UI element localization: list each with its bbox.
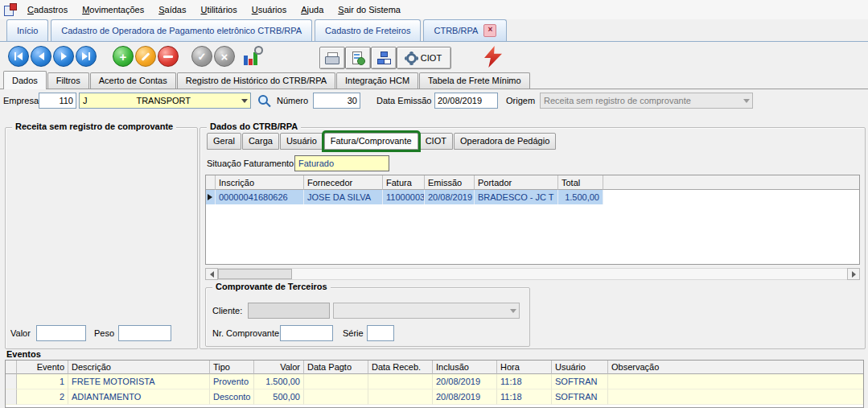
- tab-inicio[interactable]: Início: [6, 19, 48, 41]
- col-emissao-header[interactable]: Emissão: [425, 175, 475, 190]
- numero-label: Número: [277, 96, 308, 105]
- ciot-button[interactable]: CIOT: [397, 47, 451, 69]
- first-icon: [17, 52, 23, 60]
- export-button[interactable]: [345, 47, 371, 69]
- chevron-down-icon: [507, 303, 519, 318]
- col-descricao-header[interactable]: Descrição: [68, 361, 210, 374]
- first-icon: [14, 52, 16, 60]
- tab-integracao-hcm[interactable]: Integração HCM: [336, 72, 418, 89]
- receita-groupbox-title: Receita sem registro de comprovante: [12, 122, 176, 131]
- edit-button[interactable]: [135, 46, 156, 67]
- menu-item-cadastros[interactable]: Cadastros: [20, 0, 75, 19]
- lightning-button[interactable]: [484, 46, 502, 68]
- search-icon[interactable]: [257, 94, 272, 109]
- add-button[interactable]: +: [113, 46, 134, 67]
- confirm-button[interactable]: ✓: [191, 46, 212, 67]
- delete-button[interactable]: [158, 46, 179, 67]
- tab-label: Cadastro de Freteiros: [325, 26, 410, 35]
- gear-icon: [406, 53, 417, 64]
- cell-hora: 11:18: [497, 389, 552, 405]
- tab-close-icon[interactable]: ×: [483, 24, 496, 37]
- nav-first-button[interactable]: [8, 46, 29, 67]
- tab-filtros[interactable]: Filtros: [47, 72, 89, 89]
- ctrb-groupbox-title: Dados do CTRB/RPA: [207, 122, 301, 131]
- tab-carga[interactable]: Carga: [242, 133, 279, 150]
- col-inclusao-header[interactable]: Inclusão: [433, 361, 497, 374]
- col-tipo-header[interactable]: Tipo: [210, 361, 254, 374]
- tab-ciot[interactable]: CIOT: [419, 133, 453, 150]
- cell-inclusao: 20/08/2019: [433, 389, 497, 405]
- col-inscricao-header[interactable]: Inscrição: [216, 175, 304, 190]
- col-observacao-header[interactable]: Observação: [608, 361, 863, 374]
- tab-cadastro-freteiros[interactable]: Cadastro de Freteiros: [315, 19, 421, 41]
- scroll-left-button[interactable]: [205, 268, 218, 280]
- table-row[interactable]: 2 ADIANTAMENTO Desconto 500,00 20/08/201…: [6, 389, 863, 405]
- data-emissao-label: Data Emissão: [376, 96, 431, 105]
- col-total-header[interactable]: Total: [558, 175, 603, 190]
- col-data-pagto-header[interactable]: Data Pagto: [304, 361, 368, 374]
- table-row[interactable]: 1 FRETE MOTORISTA Provento 1.500,00 20/0…: [6, 374, 863, 389]
- menu-item-saidas[interactable]: Saídas: [151, 0, 193, 19]
- col-hora-header[interactable]: Hora: [497, 361, 552, 374]
- receita-groupbox: Receita sem registro de comprovante Valo…: [5, 127, 198, 349]
- col-usuario-header[interactable]: Usuário: [552, 361, 608, 374]
- numero-input[interactable]: [313, 93, 360, 109]
- cell-evento: 2: [17, 389, 68, 405]
- tab-dados[interactable]: Dados: [3, 71, 47, 89]
- tab-registro-historico[interactable]: Registro de Histórico do CTRB/RPA: [177, 72, 335, 89]
- menu-item-sair-do-sistema[interactable]: Sair do Sistema: [331, 0, 408, 19]
- col-data-receb-header[interactable]: Data Receb.: [368, 361, 433, 374]
- empresa-combo[interactable]: J TRANSPORT: [79, 93, 251, 109]
- nr-comprovante-input[interactable]: [280, 325, 333, 341]
- minus-icon: [163, 56, 173, 58]
- cancel-button[interactable]: ×: [214, 46, 235, 67]
- tab-ctrb-rpa[interactable]: CTRB/RPA ×: [423, 19, 507, 41]
- nav-next-button[interactable]: [53, 46, 74, 67]
- col-portador-header[interactable]: Portador: [475, 175, 558, 190]
- tab-fatura-comprovante[interactable]: Fatura/Comprovante: [324, 133, 418, 150]
- data-emissao-input[interactable]: [434, 93, 498, 109]
- valor-input[interactable]: [36, 325, 86, 341]
- tab-usuario[interactable]: Usuário: [280, 133, 323, 150]
- window-tab-bar: Início Cadastro de Operadora de Pagament…: [0, 19, 868, 42]
- tab-acerto-de-contas[interactable]: Acerto de Contas: [90, 72, 176, 89]
- cell-hora: 11:18: [497, 374, 552, 389]
- scrollbar-thumb[interactable]: [218, 269, 292, 279]
- col-valor-header[interactable]: Valor: [254, 361, 304, 374]
- col-fatura-header[interactable]: Fatura: [383, 175, 425, 190]
- cell-portador: BRADESCO - JC T: [475, 190, 558, 204]
- serie-input[interactable]: [367, 325, 394, 341]
- menu-item-ajuda[interactable]: Ajuda: [294, 0, 331, 19]
- scroll-right-button[interactable]: [847, 268, 860, 280]
- nav-prev-button[interactable]: [31, 46, 51, 67]
- tab-geral[interactable]: Geral: [207, 133, 241, 150]
- cell-data-receb: [368, 374, 433, 389]
- menu-item-movimentacoes[interactable]: Movimentações: [75, 0, 151, 19]
- ctrb-tab-bar: Geral Carga Usuário Fatura/Comprovante C…: [207, 133, 557, 150]
- tab-cadastro-operadora-pagamento[interactable]: Cadastro de Operadora de Pagamento eletr…: [51, 19, 312, 41]
- cell-usuario: SOFTRAN: [552, 389, 608, 405]
- horizontal-scrollbar[interactable]: [205, 268, 860, 280]
- tab-operadora-pedagio[interactable]: Operadora de Pedágio: [454, 133, 556, 150]
- origem-combo-value: Receita sem registro de comprovante: [544, 96, 691, 105]
- peso-input[interactable]: [118, 325, 171, 341]
- row-indicator-header: [206, 175, 216, 190]
- col-evento-header[interactable]: Evento: [17, 361, 68, 374]
- empresa-code-input[interactable]: [39, 93, 76, 109]
- cell-inscricao: 00000041680626: [216, 190, 304, 204]
- menu-item-usuarios[interactable]: Usuários: [245, 0, 294, 19]
- table-row[interactable]: 00000041680626 JOSE DA SILVA 110000030 2…: [206, 190, 859, 204]
- print-button[interactable]: [319, 47, 345, 69]
- menu-item-utilitarios[interactable]: Utilitários: [193, 0, 244, 19]
- nav-last-button[interactable]: [76, 46, 97, 67]
- scrollbar-track[interactable]: [218, 268, 847, 280]
- integration-button[interactable]: [371, 47, 397, 69]
- serie-label: Série: [343, 328, 364, 338]
- tab-tabela-frete-minimo[interactable]: Tabela de Frete Mínimo: [419, 72, 530, 89]
- chart-button[interactable]: [242, 47, 261, 67]
- col-fornecedor-header[interactable]: Fornecedor: [304, 175, 383, 190]
- situacao-faturamento-field[interactable]: Faturado: [294, 155, 389, 171]
- ciot-button-label: CIOT: [421, 53, 442, 63]
- origem-combo: Receita sem registro de comprovante: [540, 93, 753, 109]
- eventos-grid: Evento Descrição Tipo Valor Data Pagto D…: [5, 360, 864, 408]
